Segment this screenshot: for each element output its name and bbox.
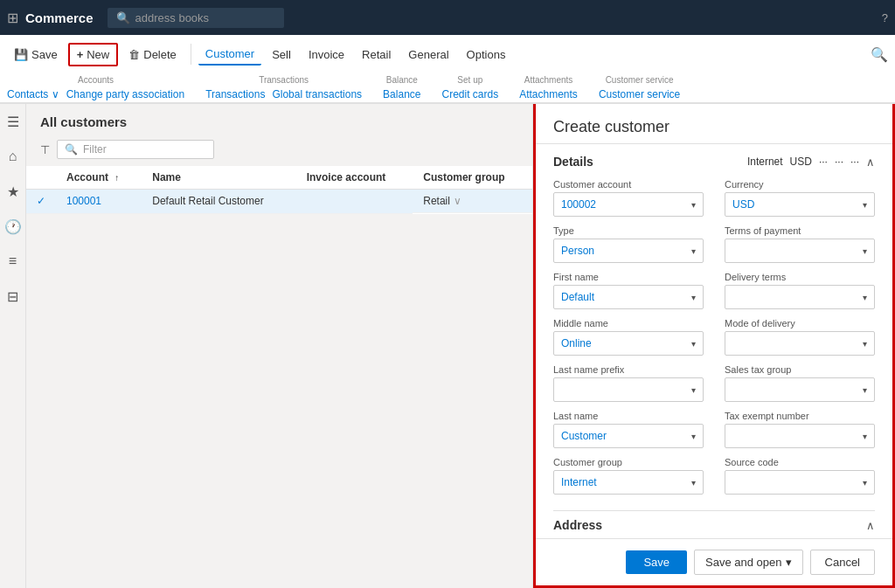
ribbon-group-transactions-title: Transactions [205, 75, 362, 86]
layers-icon[interactable]: ⊟ [3, 286, 24, 307]
transactions-link[interactable]: Transactions [205, 86, 265, 102]
details-section-title: Details [553, 155, 593, 169]
save-open-chevron-icon: ▾ [786, 556, 792, 569]
title-bar: ⊞ Commerce 🔍 ? [0, 0, 895, 35]
list-icon[interactable]: ≡ [3, 251, 24, 272]
new-button[interactable]: + New [68, 43, 119, 66]
tax-exempt-number-select[interactable]: ▾ [725, 424, 875, 448]
sales-tax-group-select[interactable]: ▾ [725, 377, 875, 402]
delivery-terms-chevron-icon: ▾ [863, 293, 867, 302]
clock-icon[interactable]: 🕐 [3, 216, 24, 237]
star-icon[interactable]: ★ [3, 181, 24, 202]
details-form: Customer account 100002 ▾ Type Person ▾ [553, 179, 875, 503]
general-nav[interactable]: General [401, 45, 455, 65]
col-account[interactable]: Account ↑ [56, 166, 142, 190]
grid-icon[interactable]: ⊞ [7, 10, 18, 26]
delivery-terms-select[interactable]: ▾ [725, 285, 875, 309]
list-title: All customers [40, 114, 127, 129]
first-name-chevron-icon: ▾ [691, 293, 696, 302]
search-input[interactable] [135, 11, 275, 24]
source-code-label: Source code [725, 457, 875, 467]
ribbon-group-balance-title: Balance [383, 75, 420, 86]
currency-chevron-icon: ▾ [863, 200, 867, 210]
last-name-label: Last name [553, 411, 704, 421]
customer-group-label: Customer group [553, 457, 704, 467]
col-customer-group[interactable]: Customer group [413, 166, 532, 190]
terms-chevron-icon: ▾ [863, 246, 867, 256]
help-icon[interactable]: ? [882, 11, 888, 24]
customer-group-select[interactable]: Internet ▾ [553, 470, 704, 495]
invoice-nav[interactable]: Invoice [302, 45, 351, 65]
customer-service-link[interactable]: Customer service [599, 86, 680, 102]
first-name-select[interactable]: Default ▾ [553, 285, 704, 309]
save-button-footer[interactable]: Save [626, 550, 687, 574]
sales-tax-group-chevron-icon: ▾ [863, 385, 867, 395]
global-transactions-link[interactable]: Global transactions [272, 86, 362, 102]
retail-nav[interactable]: Retail [355, 45, 398, 65]
panel-header: Create customer [536, 104, 892, 144]
filter-box[interactable]: 🔍 [57, 140, 214, 159]
type-select[interactable]: Person ▾ [553, 239, 704, 263]
filter-icon[interactable]: ⊤ [40, 143, 50, 156]
table-row[interactable]: ✓ 100001 Default Retail Customer Retail … [26, 190, 532, 214]
dots-1[interactable]: ··· [819, 156, 828, 168]
middle-name-select[interactable]: Online ▾ [553, 331, 704, 356]
delete-icon: 🗑 [128, 48, 140, 61]
ribbon-search-icon[interactable]: 🔍 [871, 46, 888, 63]
save-button[interactable]: 💾 Save [7, 45, 65, 65]
contacts-link[interactable]: Contacts ∨ [7, 86, 59, 102]
last-name-prefix-label: Last name prefix [553, 364, 704, 375]
last-name-select[interactable]: Customer ▾ [553, 424, 704, 448]
delete-button[interactable]: 🗑 Delete [121, 45, 184, 65]
sell-nav[interactable]: Sell [265, 45, 298, 65]
address-collapse-icon[interactable]: ∧ [866, 519, 875, 532]
form-left-col: Customer account 100002 ▾ Type Person ▾ [553, 179, 704, 503]
last-name-prefix-field: Last name prefix ▾ [553, 364, 704, 402]
ribbon-group-transactions: Transactions Transactions Global transac… [205, 75, 362, 102]
address-section: Address ∧ Country/region USA ▾ [553, 510, 875, 538]
filter-input[interactable] [83, 143, 205, 156]
middle-name-field: Middle name Online ▾ [553, 318, 704, 356]
tax-exempt-number-field: Tax exempt number ▾ [725, 411, 875, 448]
source-code-select[interactable]: ▾ [725, 470, 875, 495]
usd-link[interactable]: USD [790, 156, 812, 168]
mode-of-delivery-chevron-icon: ▾ [863, 339, 867, 349]
dots-2[interactable]: ··· [835, 156, 843, 168]
currency-select[interactable]: USD ▾ [725, 192, 875, 217]
ribbon-group-accounts-title: Accounts [7, 75, 184, 86]
mode-of-delivery-select[interactable]: ▾ [725, 331, 875, 356]
change-party-link[interactable]: Change party association [66, 86, 184, 102]
internet-link[interactable]: Internet [747, 156, 783, 168]
col-invoice-account[interactable]: Invoice account [296, 166, 413, 190]
row-invoice-account [296, 190, 413, 214]
search-box[interactable]: 🔍 [108, 8, 284, 28]
hamburger-icon[interactable]: ☰ [3, 111, 24, 132]
last-name-prefix-chevron-icon: ▾ [691, 385, 696, 395]
options-nav[interactable]: Options [460, 45, 513, 65]
customer-account-select[interactable]: 100002 ▾ [553, 192, 704, 217]
customer-group-chevron-icon: ▾ [691, 478, 696, 488]
ribbon: 💾 Save + New 🗑 Delete Customer Sell Invo… [0, 35, 895, 104]
customer-nav[interactable]: Customer [198, 44, 261, 66]
credit-cards-link[interactable]: Credit cards [441, 86, 498, 102]
section-actions: Internet USD ··· ··· ··· ∧ [747, 156, 875, 169]
last-name-prefix-select[interactable]: ▾ [553, 377, 704, 402]
dots-3[interactable]: ··· [850, 156, 859, 168]
panel-footer: Save Save and open ▾ Cancel [536, 538, 892, 585]
attachments-link[interactable]: Attachments [519, 86, 578, 102]
filter-search-icon: 🔍 [65, 143, 78, 156]
terms-of-payment-select[interactable]: ▾ [725, 239, 875, 263]
cancel-button[interactable]: Cancel [810, 550, 875, 575]
col-name[interactable]: Name [142, 166, 295, 190]
details-section-header: Details Internet USD ··· ··· ··· ∧ [553, 155, 875, 169]
type-chevron-icon: ▾ [691, 246, 696, 256]
section-collapse-icon[interactable]: ∧ [866, 156, 875, 169]
save-and-open-button[interactable]: Save and open ▾ [694, 550, 802, 575]
delivery-terms-label: Delivery terms [725, 272, 875, 282]
last-name-chevron-icon: ▾ [691, 432, 696, 441]
first-name-label: First name [553, 272, 704, 282]
home-icon[interactable]: ⌂ [3, 146, 24, 167]
search-icon: 🔍 [116, 11, 130, 24]
ribbon-group-customer-service-title: Customer service [599, 75, 680, 86]
balance-link[interactable]: Balance [383, 86, 420, 102]
